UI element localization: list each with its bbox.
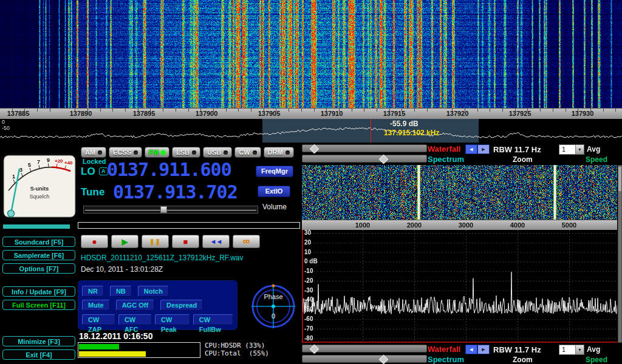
cursor-db-readout: -55.9 dB	[390, 120, 419, 128]
volume-slider[interactable]	[83, 206, 258, 214]
slider-thumb[interactable]	[310, 345, 320, 354]
mode-label: DRM	[268, 149, 283, 156]
avg-select-value: 1	[559, 345, 575, 354]
af-scale-label: 4000	[505, 221, 530, 229]
freq-label: 137885	[4, 110, 33, 117]
overview-spectrum-display[interactable]	[0, 119, 622, 143]
volume-thumb[interactable]	[160, 206, 167, 213]
soundcard-button[interactable]: Soundcard [F5]	[2, 237, 75, 247]
lo-frequency-digits[interactable]: 0137.911.600	[107, 159, 231, 180]
hdsdr-window: 137885 137890 137895 137900 137905 13791…	[0, 0, 622, 364]
samplerate-button[interactable]: Samplerate [F6]	[2, 250, 75, 260]
record-icon: ●	[92, 237, 97, 246]
db-axis-label: -20	[304, 277, 313, 284]
recording-date: Dec 10, 2011 - 13:01:28Z	[81, 265, 163, 274]
cw-fullbw-button[interactable]: CW FullBw	[193, 314, 233, 325]
right-panel-scrollbar[interactable]	[618, 165, 622, 343]
transport-controls: ● ▶ ❚❚ ■ ◄◄ ∞	[81, 235, 260, 248]
pause-button[interactable]: ❚❚	[142, 235, 169, 248]
svg-text:+20: +20	[55, 158, 63, 164]
mode-label: FM	[149, 149, 159, 156]
waterfall-tab-top[interactable]: Waterfall	[428, 144, 460, 153]
notch-button[interactable]: Notch	[138, 286, 169, 297]
mode-cw[interactable]: CW	[234, 147, 261, 158]
extio-button[interactable]: ExtIO	[258, 186, 290, 197]
despread-button[interactable]: Despread	[160, 300, 203, 311]
mode-ecss[interactable]: ECSS	[109, 147, 142, 158]
date-time-display: 18.12.2011 0:16:50	[79, 331, 152, 341]
mode-drm[interactable]: DRM	[264, 147, 294, 158]
rewind-button[interactable]: ◄◄	[202, 235, 230, 248]
waterfall-contrast-slider-bottom[interactable]	[302, 345, 427, 352]
squelch-slider[interactable]	[3, 224, 70, 229]
main-waterfall-display[interactable]	[0, 0, 622, 108]
info-update-button[interactable]: Info / Update [F9]	[2, 286, 75, 297]
rbw-right-arrow[interactable]: ►	[477, 144, 490, 154]
nb-button[interactable]: NB	[110, 286, 132, 297]
zoom-label-top: Zoom	[513, 155, 533, 164]
slider-thumb[interactable]	[379, 355, 389, 364]
cpu-total-bar	[79, 351, 146, 357]
freq-label: 137900	[192, 110, 221, 117]
record-button[interactable]: ●	[81, 235, 108, 248]
phase-dial[interactable]: Phase 0	[248, 281, 299, 332]
svg-text:Squelch: Squelch	[30, 194, 50, 200]
chevron-down-icon[interactable]: ▼	[575, 145, 584, 154]
cw-afc-button[interactable]: CW AFC	[118, 314, 152, 325]
rbw-right-arrow[interactable]: ►	[477, 345, 490, 354]
cw-peak-button[interactable]: CW Peak	[155, 314, 190, 325]
freq-label: 137920	[443, 110, 472, 117]
tune-label: Tune	[81, 186, 104, 198]
stop-button[interactable]: ■	[172, 235, 199, 248]
avg-select-top[interactable]: 1 ▼	[559, 144, 584, 155]
loop-button[interactable]: ∞	[233, 235, 260, 248]
cw-zap-button[interactable]: CW ZAP	[82, 314, 115, 325]
af-spectrum-display[interactable]	[302, 230, 617, 343]
dsp-row: Mute AGC Off Despread	[82, 300, 233, 311]
spectrum-tab-top[interactable]: Spectrum	[428, 155, 464, 164]
dsp-panel: NR NB Notch Mute AGC Off Despread CW ZAP…	[78, 280, 238, 330]
cpu-total-label: CPU:Total (55%)	[205, 349, 269, 357]
play-button[interactable]: ▶	[111, 235, 138, 248]
volume-label: Volume	[262, 203, 287, 211]
zoom-slider-top[interactable]	[302, 155, 427, 163]
mode-fm[interactable]: FM	[145, 147, 169, 158]
freqmgr-button[interactable]: FreqMgr	[256, 166, 293, 177]
cpu-hdsdr-bar	[79, 344, 119, 349]
af-waterfall-display[interactable]	[302, 165, 617, 220]
nr-button[interactable]: NR	[82, 286, 104, 297]
slider-thumb[interactable]	[310, 144, 320, 154]
svg-text:+40: +40	[64, 160, 73, 166]
mode-lsb[interactable]: LSB	[172, 147, 200, 158]
exit-button[interactable]: Exit [F4]	[2, 349, 75, 360]
strip-db-bottom-label: -50	[2, 125, 10, 131]
minimize-button[interactable]: Minimize [F3]	[2, 336, 75, 346]
rbw-left-arrow[interactable]: ◄	[465, 345, 477, 354]
tune-frequency-digits[interactable]: 0137.913.702	[113, 181, 238, 203]
slider-thumb[interactable]	[379, 155, 389, 164]
rbw-left-arrow[interactable]: ◄	[465, 144, 477, 154]
mode-usb[interactable]: USB	[203, 147, 232, 158]
fullscreen-button[interactable]: Full Screen [F11]	[2, 300, 75, 310]
locked-indicator: Locked	[83, 158, 106, 165]
waterfall-contrast-slider-top[interactable]	[302, 144, 427, 152]
scrollbar-thumb[interactable]	[618, 167, 621, 191]
rbw-arrows-bottom: ◄ ►	[465, 345, 490, 354]
mode-label: LSB	[176, 149, 190, 156]
rbw-label-top: RBW 11.7 Hz	[493, 145, 541, 154]
avg-select-bottom[interactable]: 1 ▼	[559, 345, 584, 355]
agc-button[interactable]: AGC Off	[116, 300, 154, 311]
zoom-slider-bottom[interactable]	[302, 355, 427, 363]
options-button[interactable]: Options [F7]	[2, 263, 75, 274]
af-frequency-scale[interactable]: 1000 2000 3000 4000 5000	[302, 220, 617, 230]
playback-progress-bar[interactable]	[78, 222, 300, 229]
frequency-scale[interactable]: 137885 137890 137895 137900 137905 13791…	[0, 108, 622, 119]
chevron-down-icon[interactable]: ▼	[575, 345, 584, 354]
spectrum-tab-bottom[interactable]: Spectrum	[428, 355, 464, 364]
mute-button[interactable]: Mute	[82, 300, 110, 311]
speed-label-top: Speed	[586, 155, 607, 164]
mode-led	[134, 150, 138, 155]
mode-am[interactable]: AM	[81, 147, 106, 158]
waterfall-tab-bottom[interactable]: Waterfall	[428, 345, 460, 354]
rewind-icon: ◄◄	[210, 238, 222, 245]
